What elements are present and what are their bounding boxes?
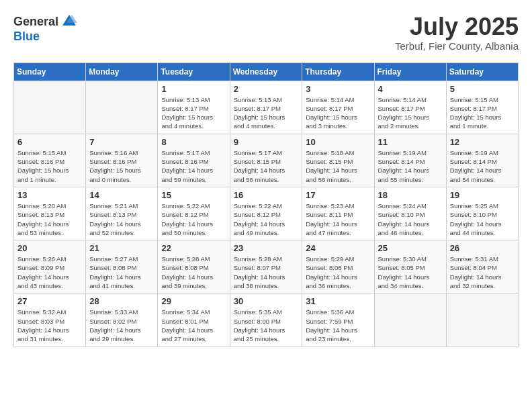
day-info: Sunrise: 5:28 AM Sunset: 8:08 PM Dayligh… bbox=[161, 255, 226, 290]
day-info: Sunrise: 5:36 AM Sunset: 7:59 PM Dayligh… bbox=[306, 308, 370, 343]
calendar-cell: 31Sunrise: 5:36 AM Sunset: 7:59 PM Dayli… bbox=[302, 293, 374, 347]
day-number: 25 bbox=[378, 243, 443, 253]
calendar-header-monday: Monday bbox=[86, 62, 158, 81]
calendar-week-row: 27Sunrise: 5:32 AM Sunset: 8:03 PM Dayli… bbox=[14, 293, 519, 347]
calendar-cell: 3Sunrise: 5:14 AM Sunset: 8:17 PM Daylig… bbox=[302, 81, 374, 134]
day-number: 12 bbox=[450, 137, 515, 147]
day-number: 21 bbox=[89, 243, 154, 253]
day-info: Sunrise: 5:21 AM Sunset: 8:13 PM Dayligh… bbox=[89, 201, 154, 237]
day-info: Sunrise: 5:22 AM Sunset: 8:12 PM Dayligh… bbox=[161, 201, 226, 237]
calendar-header-row: SundayMondayTuesdayWednesdayThursdayFrid… bbox=[14, 62, 519, 81]
calendar-cell: 30Sunrise: 5:35 AM Sunset: 8:00 PM Dayli… bbox=[230, 293, 302, 347]
day-info: Sunrise: 5:32 AM Sunset: 8:03 PM Dayligh… bbox=[17, 308, 82, 343]
day-number: 17 bbox=[306, 190, 370, 200]
day-number: 18 bbox=[378, 190, 443, 200]
calendar-cell: 10Sunrise: 5:18 AM Sunset: 8:15 PM Dayli… bbox=[302, 134, 374, 187]
day-number: 4 bbox=[378, 84, 443, 94]
day-number: 13 bbox=[17, 190, 82, 200]
calendar-cell: 18Sunrise: 5:24 AM Sunset: 8:10 PM Dayli… bbox=[374, 187, 446, 240]
day-info: Sunrise: 5:30 AM Sunset: 8:05 PM Dayligh… bbox=[378, 255, 443, 290]
calendar-cell: 21Sunrise: 5:27 AM Sunset: 8:08 PM Dayli… bbox=[86, 240, 158, 293]
day-info: Sunrise: 5:13 AM Sunset: 8:17 PM Dayligh… bbox=[161, 95, 226, 131]
calendar-header-sunday: Sunday bbox=[14, 62, 86, 81]
day-number: 10 bbox=[306, 137, 370, 147]
day-info: Sunrise: 5:33 AM Sunset: 8:02 PM Dayligh… bbox=[89, 308, 154, 343]
day-number: 22 bbox=[161, 243, 226, 253]
calendar-week-row: 6Sunrise: 5:15 AM Sunset: 8:16 PM Daylig… bbox=[14, 134, 519, 187]
calendar-cell: 9Sunrise: 5:17 AM Sunset: 8:15 PM Daylig… bbox=[230, 134, 302, 187]
calendar-cell: 5Sunrise: 5:15 AM Sunset: 8:17 PM Daylig… bbox=[446, 81, 518, 134]
day-number: 28 bbox=[89, 296, 154, 306]
calendar-header-tuesday: Tuesday bbox=[158, 62, 230, 81]
day-number: 11 bbox=[378, 137, 443, 147]
day-info: Sunrise: 5:16 AM Sunset: 8:16 PM Dayligh… bbox=[89, 148, 154, 184]
calendar-cell: 22Sunrise: 5:28 AM Sunset: 8:08 PM Dayli… bbox=[158, 240, 230, 293]
day-info: Sunrise: 5:24 AM Sunset: 8:10 PM Dayligh… bbox=[378, 201, 443, 237]
calendar-week-row: 1Sunrise: 5:13 AM Sunset: 8:17 PM Daylig… bbox=[14, 81, 519, 134]
calendar-cell: 14Sunrise: 5:21 AM Sunset: 8:13 PM Dayli… bbox=[86, 187, 158, 240]
day-info: Sunrise: 5:20 AM Sunset: 8:13 PM Dayligh… bbox=[17, 201, 82, 237]
calendar-cell bbox=[374, 293, 446, 347]
calendar-cell: 23Sunrise: 5:28 AM Sunset: 8:07 PM Dayli… bbox=[230, 240, 302, 293]
day-info: Sunrise: 5:13 AM Sunset: 8:17 PM Dayligh… bbox=[234, 95, 299, 131]
day-number: 29 bbox=[161, 296, 226, 306]
day-info: Sunrise: 5:22 AM Sunset: 8:12 PM Dayligh… bbox=[234, 201, 299, 237]
calendar-cell: 17Sunrise: 5:23 AM Sunset: 8:11 PM Dayli… bbox=[302, 187, 374, 240]
calendar-cell: 1Sunrise: 5:13 AM Sunset: 8:17 PM Daylig… bbox=[158, 81, 230, 134]
day-info: Sunrise: 5:29 AM Sunset: 8:06 PM Dayligh… bbox=[306, 255, 370, 290]
day-number: 16 bbox=[234, 190, 299, 200]
day-info: Sunrise: 5:35 AM Sunset: 8:00 PM Dayligh… bbox=[234, 308, 299, 343]
calendar-cell: 12Sunrise: 5:19 AM Sunset: 8:14 PM Dayli… bbox=[446, 134, 518, 187]
logo-general-text: General bbox=[13, 15, 58, 29]
calendar-header-saturday: Saturday bbox=[446, 62, 518, 81]
calendar-cell bbox=[446, 293, 518, 347]
calendar-cell: 11Sunrise: 5:19 AM Sunset: 8:14 PM Dayli… bbox=[374, 134, 446, 187]
day-info: Sunrise: 5:14 AM Sunset: 8:17 PM Dayligh… bbox=[306, 95, 370, 131]
calendar-cell: 15Sunrise: 5:22 AM Sunset: 8:12 PM Dayli… bbox=[158, 187, 230, 240]
calendar-cell: 2Sunrise: 5:13 AM Sunset: 8:17 PM Daylig… bbox=[230, 81, 302, 134]
day-info: Sunrise: 5:19 AM Sunset: 8:14 PM Dayligh… bbox=[378, 148, 443, 184]
month-title: July 2025 bbox=[395, 13, 519, 40]
day-number: 15 bbox=[161, 190, 226, 200]
day-info: Sunrise: 5:28 AM Sunset: 8:07 PM Dayligh… bbox=[234, 255, 299, 290]
calendar-week-row: 13Sunrise: 5:20 AM Sunset: 8:13 PM Dayli… bbox=[14, 187, 519, 240]
day-number: 24 bbox=[306, 243, 370, 253]
calendar-table: SundayMondayTuesdayWednesdayThursdayFrid… bbox=[13, 62, 519, 347]
calendar-week-row: 20Sunrise: 5:26 AM Sunset: 8:09 PM Dayli… bbox=[14, 240, 519, 293]
day-number: 23 bbox=[234, 243, 299, 253]
calendar-cell: 26Sunrise: 5:31 AM Sunset: 8:04 PM Dayli… bbox=[446, 240, 518, 293]
title-block: July 2025 Terbuf, Fier County, Albania bbox=[395, 13, 519, 52]
day-number: 6 bbox=[17, 137, 82, 147]
day-info: Sunrise: 5:25 AM Sunset: 8:10 PM Dayligh… bbox=[450, 201, 515, 237]
calendar-cell: 20Sunrise: 5:26 AM Sunset: 8:09 PM Dayli… bbox=[14, 240, 86, 293]
calendar-cell: 6Sunrise: 5:15 AM Sunset: 8:16 PM Daylig… bbox=[14, 134, 86, 187]
calendar-cell bbox=[14, 81, 86, 134]
day-number: 9 bbox=[234, 137, 299, 147]
logo: General Blue bbox=[13, 13, 77, 44]
day-number: 26 bbox=[450, 243, 515, 253]
day-number: 20 bbox=[17, 243, 82, 253]
calendar-cell: 7Sunrise: 5:16 AM Sunset: 8:16 PM Daylig… bbox=[86, 134, 158, 187]
calendar-cell: 29Sunrise: 5:34 AM Sunset: 8:01 PM Dayli… bbox=[158, 293, 230, 347]
logo-blue-text: Blue bbox=[13, 30, 40, 44]
day-number: 14 bbox=[89, 190, 154, 200]
location-title: Terbuf, Fier County, Albania bbox=[395, 40, 519, 52]
day-info: Sunrise: 5:23 AM Sunset: 8:11 PM Dayligh… bbox=[306, 201, 370, 237]
day-number: 19 bbox=[450, 190, 515, 200]
calendar-cell: 25Sunrise: 5:30 AM Sunset: 8:05 PM Dayli… bbox=[374, 240, 446, 293]
day-info: Sunrise: 5:26 AM Sunset: 8:09 PM Dayligh… bbox=[17, 255, 82, 290]
day-info: Sunrise: 5:17 AM Sunset: 8:16 PM Dayligh… bbox=[161, 148, 226, 184]
calendar-header-friday: Friday bbox=[374, 62, 446, 81]
day-info: Sunrise: 5:34 AM Sunset: 8:01 PM Dayligh… bbox=[161, 308, 226, 343]
calendar-cell: 8Sunrise: 5:17 AM Sunset: 8:16 PM Daylig… bbox=[158, 134, 230, 187]
day-info: Sunrise: 5:17 AM Sunset: 8:15 PM Dayligh… bbox=[234, 148, 299, 184]
day-number: 31 bbox=[306, 296, 370, 306]
calendar-cell: 28Sunrise: 5:33 AM Sunset: 8:02 PM Dayli… bbox=[86, 293, 158, 347]
day-number: 30 bbox=[234, 296, 299, 306]
day-info: Sunrise: 5:27 AM Sunset: 8:08 PM Dayligh… bbox=[89, 255, 154, 290]
logo-icon bbox=[61, 13, 77, 30]
day-number: 5 bbox=[450, 84, 515, 94]
day-info: Sunrise: 5:14 AM Sunset: 8:17 PM Dayligh… bbox=[378, 95, 443, 131]
calendar-cell: 24Sunrise: 5:29 AM Sunset: 8:06 PM Dayli… bbox=[302, 240, 374, 293]
calendar-cell: 19Sunrise: 5:25 AM Sunset: 8:10 PM Dayli… bbox=[446, 187, 518, 240]
